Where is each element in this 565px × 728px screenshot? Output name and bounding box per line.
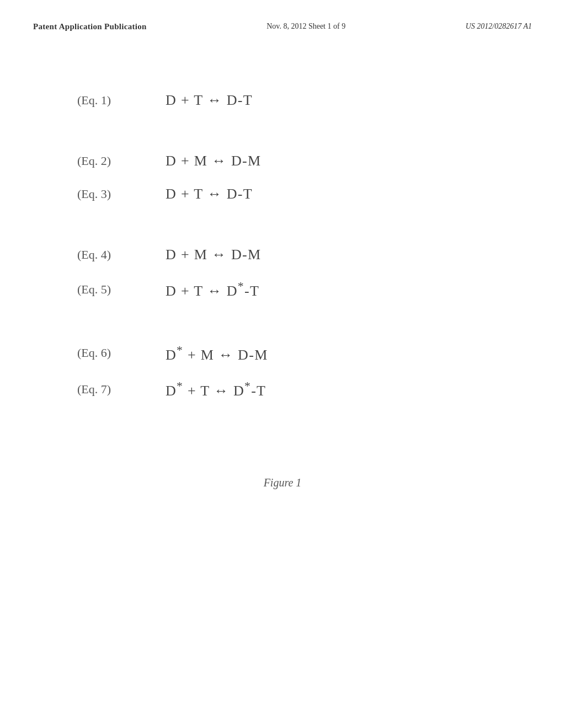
eq-formula-1: D + T ↔ D-T xyxy=(166,92,253,109)
eq-label-1: (Eq. 1) xyxy=(77,93,166,108)
equation-group-4: (Eq. 6) D* + M ↔ D-M (Eq. 7) D* + T ↔ D*… xyxy=(77,344,532,399)
eq-formula-6: D* + M ↔ D-M xyxy=(166,344,268,363)
eq-formula-5: D + T ↔ D*-T xyxy=(166,280,259,299)
eq-formula-7: D* + T ↔ D*-T xyxy=(166,379,266,399)
equation-group-1: (Eq. 1) D + T ↔ D-T xyxy=(77,92,532,109)
equation-row-6: (Eq. 6) D* + M ↔ D-M xyxy=(77,344,532,363)
equation-row-1: (Eq. 1) D + T ↔ D-T xyxy=(77,92,532,109)
eq-label-6: (Eq. 6) xyxy=(77,346,166,360)
equation-group-2: (Eq. 2) D + M ↔ D-M (Eq. 3) D + T ↔ D-T xyxy=(77,153,532,202)
publication-label: Patent Application Publication xyxy=(33,22,147,31)
eq-label-2: (Eq. 2) xyxy=(77,154,166,168)
eq-label-5: (Eq. 5) xyxy=(77,282,166,297)
eq-formula-2: D + M ↔ D-M xyxy=(166,153,261,169)
eq-label-7: (Eq. 7) xyxy=(77,382,166,397)
figure-caption: Figure 1 xyxy=(33,477,532,489)
eq-label-3: (Eq. 3) xyxy=(77,187,166,201)
equation-row-7: (Eq. 7) D* + T ↔ D*-T xyxy=(77,379,532,399)
equation-row-5: (Eq. 5) D + T ↔ D*-T xyxy=(77,280,532,299)
equation-group-3: (Eq. 4) D + M ↔ D-M (Eq. 5) D + T ↔ D*-T xyxy=(77,247,532,299)
eq-formula-3: D + T ↔ D-T xyxy=(166,186,253,202)
sheet-info: Nov. 8, 2012 Sheet 1 of 9 xyxy=(266,22,345,31)
page-header: Patent Application Publication Nov. 8, 2… xyxy=(33,22,532,37)
patent-number: US 2012/0282617 A1 xyxy=(466,22,532,31)
eq-formula-4: D + M ↔ D-M xyxy=(166,247,261,263)
equation-row-4: (Eq. 4) D + M ↔ D-M xyxy=(77,247,532,263)
equations-container: (Eq. 1) D + T ↔ D-T (Eq. 2) D + M ↔ D-M … xyxy=(33,92,532,443)
page: Patent Application Publication Nov. 8, 2… xyxy=(0,0,565,728)
equation-row-3: (Eq. 3) D + T ↔ D-T xyxy=(77,186,532,202)
equation-row-2: (Eq. 2) D + M ↔ D-M xyxy=(77,153,532,169)
eq-label-4: (Eq. 4) xyxy=(77,248,166,262)
